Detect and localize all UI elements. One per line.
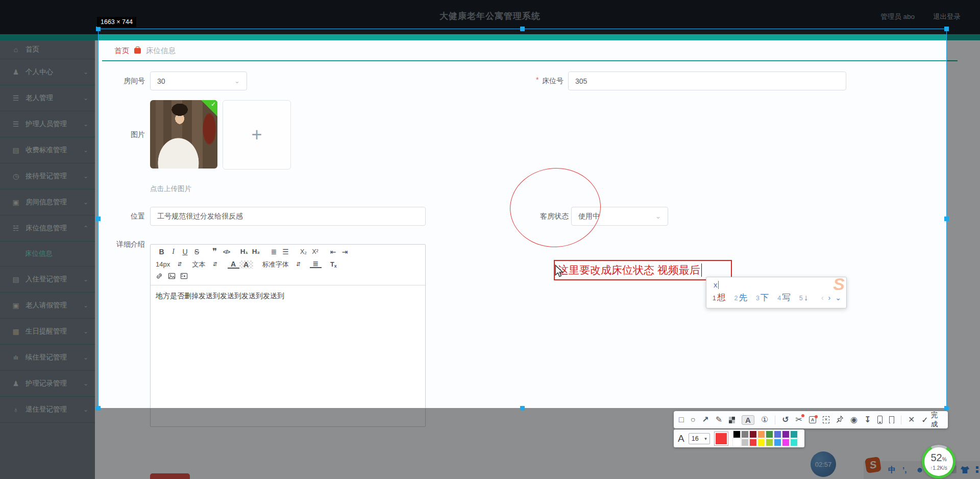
dim-overlay-left [0,29,98,409]
palette-color[interactable] [774,439,781,446]
cancel-capture-icon[interactable]: ✕ [908,416,915,424]
notification-dot [815,415,818,418]
ime-next-page[interactable]: › [828,294,831,302]
palette-color[interactable] [757,430,765,438]
palette-color[interactable] [733,439,741,446]
selection-handle-se[interactable] [944,406,949,411]
arrow-tool-icon[interactable]: ↗ [702,416,708,424]
ime-candidates: 1想 2先 3下 4写 5↓ [713,292,808,303]
scan-ocr-icon[interactable]: ✕ [823,416,829,423]
ellipse-tool-icon[interactable]: ○ [691,416,696,424]
ime-composition: x [714,280,719,289]
net-speed-widget[interactable]: 52% ↑1.2K/s [922,445,955,478]
ime-candidate-1[interactable]: 1想 [713,292,725,303]
palette-color[interactable] [790,439,798,446]
ime-candidate-3[interactable]: 3下 [756,292,769,303]
record-icon[interactable]: ◉ [850,416,857,424]
rectangle-tool-icon[interactable]: □ [679,416,684,424]
pin-icon[interactable] [836,415,844,424]
text-options-bar: A 16▾ [674,429,804,447]
color-palette [732,430,798,447]
ime-candidate-5[interactable]: 5↓ [799,293,808,302]
selection-handle-w[interactable] [96,217,101,221]
toolbar-divider [775,416,775,424]
text-caret [701,264,702,277]
palette-color[interactable] [749,439,757,446]
palette-color[interactable] [733,430,741,438]
toolbar-divider [901,416,901,424]
palette-color[interactable] [741,439,749,446]
screen: 大健康老年公寓管理系统 管理员 abo 退出登录 ⌂首页 ♟个人中心⌄ ☰老人管… [0,0,980,479]
mouse-cursor [554,265,564,280]
ime-candidate-2[interactable]: 2先 [734,292,747,303]
mosaic-tool-icon[interactable] [729,417,735,423]
palette-color[interactable] [790,430,798,438]
send-to-phone-icon[interactable] [877,416,882,424]
font-size-select[interactable]: 16▾ [689,433,710,444]
palette-color[interactable] [766,430,773,438]
net-speed-inner: 52% ↑1.2K/s [924,447,953,476]
chevron-down-icon: ▾ [704,436,707,441]
palette-color[interactable] [782,439,790,446]
dim-overlay-top [0,0,980,29]
sogou-watermark: S [833,277,845,294]
number-tool-icon[interactable]: ① [761,416,768,424]
notification-dot [801,414,804,417]
annotation-text-box[interactable]: 这里要改成床位状态 视频最后 [554,260,732,280]
text-tool-icon[interactable]: A [742,415,754,425]
download-icon[interactable]: ↧ [864,416,871,424]
ime-more[interactable]: ⌄ [835,294,841,302]
current-color-swatch[interactable] [714,432,728,446]
cut-icon[interactable]: ✂ [796,416,802,424]
ime-caret [718,281,719,289]
selection-handle-nw[interactable] [96,27,101,31]
ime-candidate-window: S x 1想 2先 3下 4写 5↓ ‹ › ⌄ [706,277,847,308]
selection-handle-ne[interactable] [944,27,949,31]
ime-prev-page[interactable]: ‹ [821,294,824,302]
screenshot-toolbar: □ ○ ↗ ✎ A ① ↺ ✂ A ✕ ◉ ↧ ✕ ✓ 完成 [674,411,948,428]
translate-icon[interactable]: A [809,416,816,423]
bookmark-icon[interactable] [889,416,894,423]
selection-handle-e[interactable] [944,217,949,221]
dim-overlay-right [947,29,980,409]
palette-color[interactable] [757,439,765,446]
selection-handle-sw[interactable] [96,406,101,411]
ime-pager: ‹ › ⌄ [821,294,841,302]
palette-color[interactable] [774,430,781,438]
selection-handle-n[interactable] [520,27,525,31]
palette-color[interactable] [766,439,773,446]
finish-capture-button[interactable]: ✓ 完成 [921,411,943,429]
pen-tool-icon[interactable]: ✎ [716,416,722,424]
font-indicator: A [678,433,684,444]
palette-color[interactable] [782,430,790,438]
capture-size-label: 1663 × 744 [97,17,136,27]
palette-color[interactable] [749,430,757,438]
check-icon: ✓ [921,415,928,425]
palette-color[interactable] [741,430,749,438]
ime-candidate-4[interactable]: 4写 [777,292,790,303]
selection-handle-s[interactable] [520,406,525,411]
undo-icon[interactable]: ↺ [782,416,789,424]
